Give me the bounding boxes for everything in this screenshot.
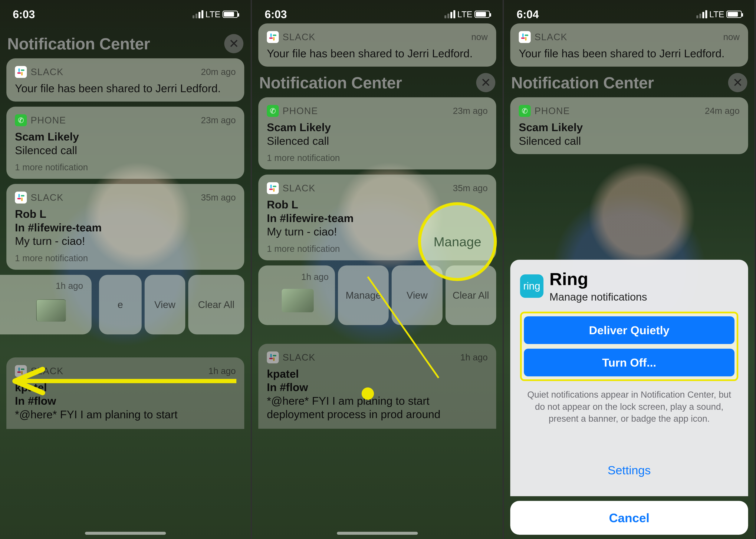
svg-rect-17: [270, 185, 272, 189]
ring-app-icon: ring: [520, 274, 544, 298]
view-button[interactable]: View: [145, 275, 185, 335]
svg-rect-27: [521, 38, 525, 39]
notification-body: Your file has been shared to Jerri Ledfo…: [519, 47, 740, 60]
notification-title: Scam Likely: [267, 121, 488, 134]
more-notifications: 1 more notification: [267, 244, 488, 254]
more-notifications: 1 more notification: [267, 153, 488, 163]
phone-icon: ✆: [519, 105, 531, 117]
sheet-subtitle: Manage notifications: [549, 291, 647, 303]
home-indicator[interactable]: [85, 532, 166, 535]
svg-rect-26: [525, 37, 527, 41]
notification-phone[interactable]: ✆ PHONE 23m ago Scam Likely Silenced cal…: [6, 107, 244, 179]
svg-rect-6: [17, 198, 21, 199]
panel-1: 6:03 LTE Notification Center ✕ SLACK 20m…: [0, 0, 252, 539]
app-name: SLACK: [283, 32, 315, 42]
svg-rect-7: [21, 195, 25, 197]
timestamp: 20m ago: [201, 67, 236, 77]
deliver-quietly-button[interactable]: Deliver Quietly: [524, 316, 734, 344]
cancel-button[interactable]: Cancel: [510, 501, 748, 535]
slack-icon: [267, 31, 279, 43]
notification-title: Scam Likely: [15, 130, 236, 143]
signal-icon: [193, 10, 204, 18]
highlight-dot: [362, 387, 374, 400]
notification-sender: Rob L: [267, 198, 488, 211]
notification-slack-1[interactable]: SLACK now Your file has been shared to J…: [510, 24, 748, 67]
notification-slack-2[interactable]: SLACK 35m ago Rob L In #lifewire-team My…: [6, 184, 244, 270]
clock: 6:03: [265, 8, 287, 21]
view-button[interactable]: View: [392, 266, 442, 325]
svg-rect-0: [18, 68, 20, 72]
notification-slack-1[interactable]: SLACK 20m ago Your file has been shared …: [6, 58, 244, 102]
svg-rect-4: [18, 194, 20, 198]
slack-icon: [15, 192, 27, 203]
panel-3: 6:04 LTE SLACK now Your file has been sh…: [504, 0, 756, 539]
action-buttons-highlight: Deliver Quietly Turn Off...: [520, 312, 738, 381]
more-notifications: 1 more notification: [15, 162, 236, 173]
signal-icon: [696, 10, 707, 18]
notification-message: My turn - ciao!: [15, 234, 236, 248]
timestamp: 23m ago: [453, 106, 488, 116]
app-name: PHONE: [283, 106, 318, 116]
notification-title: Scam Likely: [519, 121, 740, 134]
svg-rect-16: [273, 35, 277, 36]
panel-2: 6:03 LTE SLACK now Your file has been sh…: [252, 0, 504, 539]
svg-rect-14: [273, 37, 275, 41]
clear-all-button[interactable]: Clear All: [446, 266, 496, 325]
network-label: LTE: [710, 10, 724, 19]
slack-icon: [267, 182, 279, 194]
notification-phone[interactable]: ✆ PHONE 24m ago Scam Likely Silenced cal…: [510, 97, 748, 154]
app-name: SLACK: [31, 67, 63, 77]
network-label: LTE: [458, 10, 472, 19]
app-name: PHONE: [31, 115, 66, 125]
sheet-title: Ring: [549, 269, 647, 289]
home-indicator[interactable]: [337, 532, 418, 535]
svg-rect-13: [270, 34, 272, 37]
timestamp: 24m ago: [705, 106, 740, 116]
manage-notifications-sheet: ring Ring Manage notifications Deliver Q…: [510, 260, 748, 535]
timestamp: 35m ago: [201, 193, 236, 203]
clear-all-button[interactable]: Clear All: [188, 275, 244, 335]
signal-icon: [445, 10, 455, 18]
battery-icon: [474, 11, 490, 18]
timestamp: now: [471, 32, 488, 42]
notification-body: Your file has been shared to Jerri Ledfo…: [15, 82, 236, 95]
network-label: LTE: [206, 10, 220, 19]
app-name: SLACK: [283, 183, 315, 193]
status-bar: 6:03 LTE: [252, 5, 503, 24]
svg-rect-5: [21, 197, 23, 201]
notification-slack-2[interactable]: SLACK 35m ago Rob L In #lifewire-team My…: [258, 175, 496, 260]
timestamp: 1h ago: [56, 281, 83, 291]
status-bar: 6:04 LTE: [504, 5, 755, 24]
svg-rect-25: [522, 34, 524, 37]
notification-channel: In #lifewire-team: [267, 212, 488, 225]
phone-icon: ✆: [267, 105, 279, 117]
notification-slack-1[interactable]: SLACK now Your file has been shared to J…: [258, 24, 496, 67]
slack-icon: [15, 66, 27, 78]
battery-icon: [222, 11, 238, 18]
turn-off-button[interactable]: Turn Off...: [524, 349, 734, 376]
notification-body: Silenced call: [15, 144, 236, 157]
svg-rect-19: [269, 189, 273, 190]
battery-icon: [726, 11, 742, 18]
more-notifications: 1 more notification: [15, 253, 236, 263]
svg-rect-18: [273, 188, 275, 192]
swiped-notification[interactable]: 1h ago our e View Clear All: [6, 275, 244, 335]
swiped-notification[interactable]: 1h ago Manage View Clear All: [258, 266, 496, 325]
thumbnail: [36, 299, 66, 322]
svg-rect-3: [21, 69, 25, 71]
timestamp: 23m ago: [201, 115, 236, 125]
notification-sender: Rob L: [15, 207, 236, 221]
manage-button-cropped[interactable]: e: [99, 275, 142, 335]
app-name: SLACK: [31, 192, 63, 203]
svg-rect-15: [269, 38, 273, 39]
svg-rect-2: [17, 72, 21, 74]
phone-icon: ✆: [15, 114, 27, 126]
timestamp: now: [723, 32, 740, 42]
notification-body: Your file has been shared to Jerri Ledfo…: [267, 47, 488, 60]
timestamp: 1h ago: [265, 272, 329, 282]
settings-button[interactable]: Settings: [520, 455, 738, 486]
slack-icon: [519, 31, 531, 43]
timestamp: 35m ago: [453, 183, 488, 193]
notification-phone[interactable]: ✆ PHONE 23m ago Scam Likely Silenced cal…: [258, 97, 496, 170]
notification-channel: In #lifewire-team: [15, 221, 236, 234]
